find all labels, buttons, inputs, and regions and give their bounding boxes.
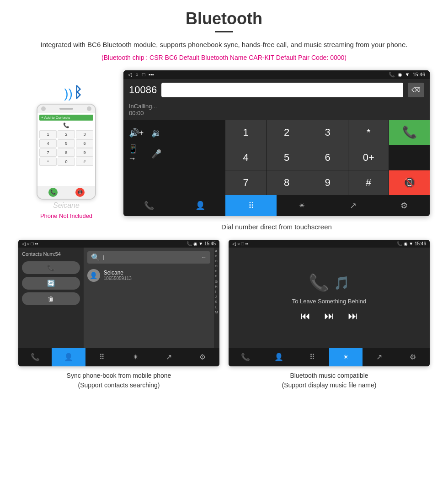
phone-dialpad-mini: 123 456 789 *0# (39, 130, 93, 166)
search-icon: 🔍 (91, 253, 100, 262)
contacts-nav-contacts[interactable]: 👤 (52, 348, 85, 366)
delete-button[interactable]: ⌫ (408, 83, 424, 97)
nav-dialpad[interactable]: ⠿ (225, 195, 277, 216)
contact-number: 10655059113 (104, 276, 132, 281)
music-phone-icon: 📞 (309, 273, 329, 292)
page-title: Bluetooth (18, 9, 430, 28)
gps-icon: ◉ (398, 72, 402, 78)
mic-icon[interactable]: 🎤 (148, 146, 165, 162)
bluetooth-symbol-icon: ᛒ (74, 84, 82, 101)
nav-bluetooth[interactable]: ✴ (277, 195, 328, 216)
music-nav-bluetooth[interactable]: ✴ (329, 348, 363, 366)
sync-action-btn[interactable]: 🔄 (22, 277, 80, 290)
dial-key-0plus[interactable]: 0+ (348, 145, 389, 170)
car-nav-bar: 📞 👤 ⠿ ✴ ↗ ⚙ (123, 195, 430, 216)
music-nav-bar: 📞 👤 ⠿ ✴ ↗ ⚙ (229, 348, 430, 366)
music-status-bar: ◁ ○ □ ▪▪ 📞 ◉ ▼ 15:46 (229, 240, 430, 248)
volume-up-row: 🔊+ 🔉 (128, 125, 221, 141)
dial-key-9[interactable]: 9 (307, 170, 348, 195)
main-demo-area: )) ᛒ + Add to Contacts 📞 123 456 789 *0# (18, 70, 430, 219)
contacts-screen-wrap: ◁ ○ □ ▪▪ 📞 ◉ ▼ 15:45 Contacts Num:54 📞 🔄… (18, 240, 219, 390)
next-button[interactable]: ⏭ (348, 310, 358, 322)
dial-key-7[interactable]: 7 (225, 170, 266, 195)
recents-icon: □ (142, 72, 145, 77)
volume-down-icon[interactable]: 🔉 (148, 125, 165, 141)
contacts-nav-bar: 📞 👤 ⠿ ✴ ↗ ⚙ (18, 348, 219, 366)
contacts-nav-settings[interactable]: ⚙ (186, 348, 219, 366)
phone-call-btn: 📞 (48, 188, 58, 197)
call-status-text: InCalling... (129, 103, 424, 110)
music-nav-transfer[interactable]: ↗ (363, 348, 396, 366)
dial-key-8[interactable]: 8 (267, 170, 307, 195)
contacts-status-left: ◁ ○ □ ▪▪ (22, 241, 38, 246)
music-song-title: To Leave Something Behind (292, 298, 367, 305)
next-chapter-button[interactable]: ⏭ (324, 310, 334, 322)
signal-icons: ▪▪▪ (149, 72, 154, 77)
back-icon: ◁ (128, 72, 132, 78)
call-input-bar (161, 83, 403, 97)
dial-key-star[interactable]: * (348, 120, 389, 145)
dial-key-5[interactable]: 5 (267, 145, 307, 170)
music-icon-area: 📞 🎵 (309, 273, 350, 292)
contact-info: Seicane 10655059113 (104, 270, 132, 281)
music-nav-settings[interactable]: ⚙ (396, 348, 430, 366)
nav-settings[interactable]: ⚙ (379, 195, 430, 216)
contacts-nav-dialpad[interactable]: ⠿ (85, 348, 119, 366)
status-right-icons: 📞 ◉ ▼ 15:46 (389, 72, 425, 78)
contacts-count: Contacts Num:54 (22, 251, 80, 257)
contacts-body: Contacts Num:54 📞 🔄 🗑 🔍 | ← 👤 (18, 248, 219, 348)
alpha-index: A B C D E F G H I J K L M (214, 248, 219, 348)
nav-transfer[interactable]: ↗ (328, 195, 379, 216)
contacts-status-bar: ◁ ○ □ ▪▪ 📞 ◉ ▼ 15:45 (18, 240, 219, 248)
music-screen-wrap: ◁ ○ □ ▪▪ 📞 ◉ ▼ 15:46 📞 🎵 To Leave Someth… (229, 240, 430, 390)
contact-name: Seicane (104, 270, 132, 276)
seicane-watermark: Seicane (53, 201, 80, 210)
phone-screen: + Add to Contacts 📞 123 456 789 *0# (37, 113, 95, 186)
contacts-caption: Sync phone-book from mobile phone (Suppo… (67, 371, 171, 390)
call-timer: 00:00 (129, 110, 424, 116)
music-note-icon: 🎵 (334, 275, 350, 291)
phone-transfer-icon[interactable]: 📱→ (128, 146, 144, 162)
call-action-btn[interactable]: 📞 (22, 261, 80, 274)
dial-key-2[interactable]: 2 (267, 120, 307, 145)
delete-action-btn[interactable]: 🗑 (22, 292, 80, 305)
dial-key-6[interactable]: 6 (307, 145, 348, 170)
phone-section: )) ᛒ + Add to Contacts 📞 123 456 789 *0# (18, 70, 114, 219)
phone-bottom-bar: 📞 📵 (37, 186, 95, 199)
dial-key-4[interactable]: 4 (225, 145, 266, 170)
prev-button[interactable]: ⏮ (300, 310, 310, 322)
status-left-icons: ◁ ○ □ ▪▪▪ (128, 72, 154, 78)
nav-phone[interactable]: 📞 (123, 195, 175, 216)
bt-specs: (Bluetooth chip : CSR BC6 Default Blueto… (18, 54, 430, 61)
end-call-button[interactable]: 📵 (389, 170, 430, 195)
dial-key-1[interactable]: 1 (225, 120, 266, 145)
dial-key-3[interactable]: 3 (307, 120, 348, 145)
call-button[interactable]: 📞 (389, 120, 430, 145)
music-caption: Bluetooth music compatible (Support disp… (282, 371, 377, 390)
contacts-nav-transfer[interactable]: ↗ (152, 348, 186, 366)
back-arrow-icon: ← (201, 254, 207, 260)
contacts-nav-phone[interactable]: 📞 (18, 348, 52, 366)
music-nav-phone[interactable]: 📞 (229, 348, 262, 366)
contact-search-bar[interactable]: 🔍 | ← (87, 251, 210, 264)
contacts-screen: ◁ ○ □ ▪▪ 📞 ◉ ▼ 15:45 Contacts Num:54 📞 🔄… (18, 240, 219, 366)
music-nav-contacts[interactable]: 👤 (262, 348, 295, 366)
music-controls: ⏮ ⏭ ⏭ (300, 310, 358, 322)
bottom-row: ◁ ○ □ ▪▪ 📞 ◉ ▼ 15:45 Contacts Num:54 📞 🔄… (18, 240, 430, 390)
contacts-right-panel: 🔍 | ← 👤 Seicane 10655059113 (84, 248, 214, 348)
wifi-icon: ▼ (405, 72, 410, 77)
bt-waves-icon: )) (64, 86, 73, 101)
car-screen: ◁ ○ □ ▪▪▪ 📞 ◉ ▼ 15:46 10086 ⌫ InCalling.… (123, 70, 430, 216)
main-caption: Dial number direct from touchscreen (123, 223, 430, 231)
search-cursor: | (103, 254, 104, 260)
dialpad-grid: 1 2 3 * 📞 4 5 6 0+ 7 8 9 # 📵 (225, 120, 430, 195)
volume-up-icon[interactable]: 🔊+ (128, 125, 144, 141)
nav-contacts[interactable]: 👤 (175, 195, 226, 216)
music-screen: ◁ ○ □ ▪▪ 📞 ◉ ▼ 15:46 📞 🎵 To Leave Someth… (229, 240, 430, 366)
music-nav-dialpad[interactable]: ⠿ (296, 348, 329, 366)
dial-key-hash[interactable]: # (348, 170, 389, 195)
phone-signal-icon: 📞 (389, 72, 395, 78)
contacts-nav-bluetooth[interactable]: ✴ (119, 348, 152, 366)
car-status-bar: ◁ ○ □ ▪▪▪ 📞 ◉ ▼ 15:46 (123, 70, 430, 79)
bluetooth-icon-area: )) ᛒ (50, 84, 82, 101)
